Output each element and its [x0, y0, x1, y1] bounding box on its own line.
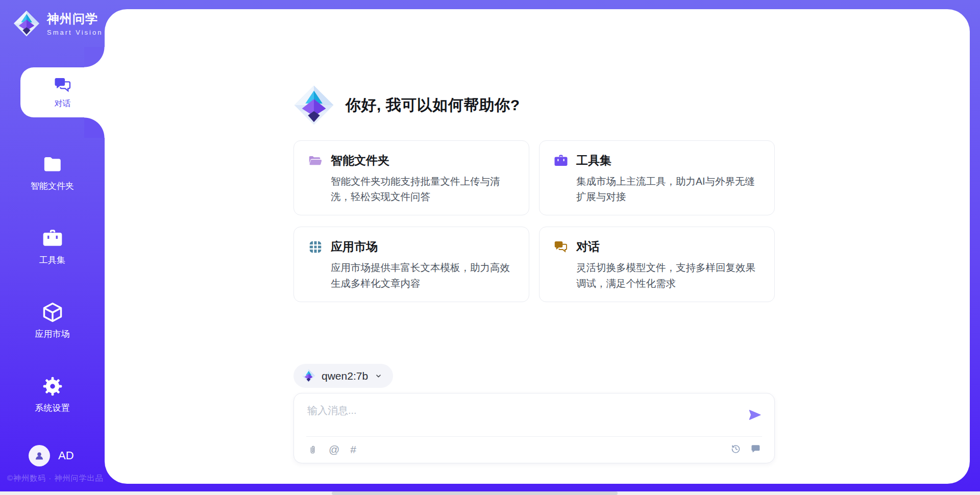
- chat-bubble-icon[interactable]: [750, 443, 761, 454]
- sidebar-item-label: 工具集: [39, 254, 65, 266]
- chat-icon: [53, 76, 72, 95]
- history-icon[interactable]: [730, 443, 741, 454]
- grid-icon: [308, 239, 323, 255]
- user-account[interactable]: AD: [29, 445, 74, 466]
- gem-icon: [302, 369, 315, 383]
- sidebar-item-settings[interactable]: 系统设置: [0, 375, 105, 414]
- send-icon[interactable]: [748, 408, 762, 422]
- chevron-down-icon: [374, 372, 383, 380]
- cube-icon: [41, 301, 64, 324]
- tab-curve-bottom: [84, 117, 105, 138]
- card-description: 应用市场提供丰富长文本模板，助力高效生成多样化文章内容: [331, 260, 515, 290]
- brand-logo: 神州问学 Smart Vision: [13, 10, 103, 37]
- composer-tools-right: [730, 443, 761, 454]
- composer-divider: [306, 436, 762, 437]
- gem-hero-icon: [293, 85, 334, 126]
- paperclip-icon[interactable]: [307, 444, 318, 455]
- card-title: 工具集: [576, 153, 611, 168]
- card-description: 集成市场上主流工具，助力AI与外界无缝扩展与对接: [576, 174, 761, 204]
- feature-cards: 智能文件夹 智能文件夹功能支持批量文件上传与清洗，轻松实现文件问答 工具集 集成…: [293, 140, 775, 302]
- card-title: 对话: [576, 239, 600, 255]
- card-description: 智能文件夹功能支持批量文件上传与清洗，轻松实现文件问答: [331, 174, 515, 204]
- scrollbar-thumb[interactable]: [332, 491, 618, 495]
- chat-icon: [553, 239, 569, 255]
- sidebar-item-label: 应用市场: [35, 328, 70, 340]
- sidebar: 神州问学 Smart Vision 对话 智能文件夹 工具集: [0, 0, 105, 495]
- gem-logo-icon: [13, 10, 40, 37]
- sidebar-item-app-market[interactable]: 应用市场: [0, 301, 105, 340]
- toolbox-icon: [553, 153, 569, 168]
- message-input[interactable]: [307, 404, 736, 432]
- tab-curve-top: [84, 47, 105, 67]
- toolbox-icon: [41, 227, 64, 250]
- hero: 你好, 我可以如何帮助你?: [293, 85, 520, 126]
- card-chat[interactable]: 对话 灵活切换多模型文件，支持多样回复效果调试，满足个性化需求: [539, 227, 775, 302]
- sidebar-item-toolset[interactable]: 工具集: [0, 227, 105, 266]
- sidebar-item-label: 智能文件夹: [31, 180, 74, 192]
- greeting-title: 你好, 我可以如何帮助你?: [346, 95, 520, 116]
- card-smart-folder[interactable]: 智能文件夹 智能文件夹功能支持批量文件上传与清洗，轻松实现文件问答: [293, 140, 529, 215]
- model-selector[interactable]: qwen2:7b: [293, 364, 393, 388]
- card-toolset[interactable]: 工具集 集成市场上主流工具，助力AI与外界无缝扩展与对接: [539, 140, 775, 215]
- card-app-market[interactable]: 应用市场 应用市场提供丰富长文本模板，助力高效生成多样化文章内容: [293, 227, 529, 302]
- sidebar-item-label: 对话: [55, 98, 71, 109]
- sidebar-item-smart-folder[interactable]: 智能文件夹: [0, 153, 105, 192]
- folder-open-icon: [308, 153, 323, 168]
- card-title: 应用市场: [331, 239, 378, 255]
- card-title: 智能文件夹: [331, 153, 389, 168]
- horizontal-scrollbar: [0, 491, 980, 495]
- brand-name: 神州问学: [47, 11, 103, 27]
- brand-subtitle: Smart Vision: [47, 29, 103, 36]
- sidebar-footer: ©神州数码 · 神州问学出品: [7, 474, 103, 483]
- gear-icon: [41, 375, 64, 398]
- user-initials: AD: [58, 449, 74, 462]
- person-icon: [33, 450, 45, 462]
- model-name: qwen2:7b: [322, 370, 368, 382]
- composer-tools-left: @ #: [307, 443, 356, 456]
- message-composer: @ #: [293, 393, 775, 463]
- hash-icon[interactable]: #: [350, 443, 356, 456]
- card-description: 灵活切换多模型文件，支持多样回复效果调试，满足个性化需求: [576, 260, 761, 290]
- folder-icon: [41, 153, 64, 176]
- sidebar-item-chat[interactable]: 对话: [20, 67, 105, 117]
- at-icon[interactable]: @: [329, 443, 339, 456]
- sidebar-item-label: 系统设置: [35, 402, 70, 414]
- avatar: [29, 445, 50, 466]
